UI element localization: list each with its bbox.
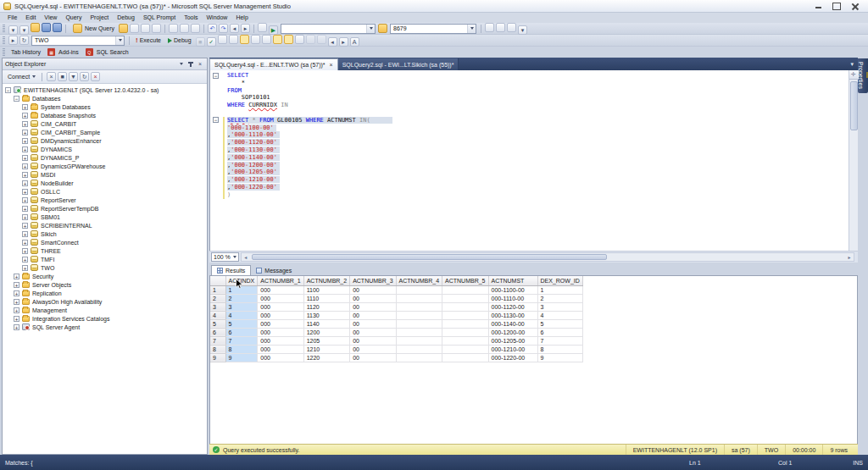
menu-file[interactable]: File	[3, 13, 21, 23]
close-all-icon[interactable]	[507, 23, 516, 32]
expand-toggle-icon[interactable]: +	[22, 113, 28, 119]
tree-item-msdi[interactable]: +MSDI	[3, 170, 207, 179]
code-line-5[interactable]: WHERE CURRNIDX IN	[210, 102, 849, 109]
expand-toggle-icon[interactable]: +	[22, 206, 28, 212]
expand-toggle-icon[interactable]: +	[22, 231, 28, 237]
connect-button[interactable]: Connect	[5, 72, 38, 82]
tree-item-server-objects[interactable]: +Server Objects	[3, 280, 207, 289]
grid-cell[interactable]: 000	[258, 285, 303, 294]
grid-cell[interactable]: 4	[537, 311, 582, 319]
indent-icon[interactable]: ▸	[339, 37, 348, 47]
grid-cell[interactable]: 1130	[303, 311, 349, 319]
grid-cell[interactable]: 000	[258, 353, 303, 362]
grid-cell[interactable]	[442, 336, 488, 345]
expand-toggle-icon[interactable]: −	[5, 87, 11, 93]
grid-cell[interactable]	[442, 311, 488, 319]
document-list-chevron-icon[interactable]: ▾	[846, 61, 858, 68]
new-connection-dropdown-icon[interactable]: ▾	[8, 25, 18, 35]
tree-item-nodebuilder[interactable]: +NodeBuilder	[3, 179, 207, 187]
expand-toggle-icon[interactable]: +	[22, 257, 28, 263]
grid-cell[interactable]: 00	[350, 294, 396, 302]
grid-cell[interactable]	[442, 345, 488, 353]
server-disconnect-icon[interactable]: ×	[47, 72, 56, 81]
row-header[interactable]: 2	[210, 294, 225, 302]
row-header[interactable]: 5	[210, 319, 225, 328]
grid-cell[interactable]: 00	[350, 319, 396, 328]
grid-cell[interactable]: 000-1120-00	[488, 302, 537, 311]
toolbar-grip[interactable]	[3, 48, 5, 56]
tree-item-sbm01[interactable]: +SBM01	[3, 213, 207, 221]
code-line-1[interactable]: −SELECT	[210, 72, 849, 80]
grid-cell[interactable]: 000	[258, 336, 303, 345]
start-icon[interactable]: ▶	[269, 25, 278, 35]
tree-item-sql-server-agent[interactable]: +SQL Server Agent	[3, 323, 207, 331]
tree-item-databases[interactable]: −Databases	[3, 94, 207, 102]
expand-toggle-icon[interactable]: +	[14, 324, 19, 330]
grid-cell[interactable]: 4	[225, 311, 258, 319]
window-position-icon[interactable]	[177, 60, 186, 69]
document-tab-1[interactable]: SQLQuery4.sql - E...ENLT.TWO (sa (57))*×	[209, 58, 338, 70]
filter-icon[interactable]: ▼	[69, 72, 78, 81]
query-options-icon[interactable]	[229, 35, 238, 44]
expand-toggle-icon[interactable]: +	[22, 147, 28, 152]
sql-editor[interactable]: −SELECT *FROM SOP10101WHERE CURRNIDX IN−…	[209, 70, 858, 251]
server-combo[interactable]	[281, 24, 376, 34]
tree-item-dmdynamicsenhancer[interactable]: +DMDynamicsEnhancer	[3, 136, 207, 145]
grid-cell[interactable]	[396, 353, 442, 362]
grid-cell[interactable]: 000	[258, 311, 303, 319]
new-query-button[interactable]: New Query	[69, 24, 118, 34]
tree-item-reportservertempdb[interactable]: +ReportServerTempDB	[3, 204, 207, 213]
grid-cell[interactable]: 1220	[303, 353, 349, 362]
grid-cell[interactable]: 000	[258, 345, 303, 353]
toolbar-grip[interactable]	[3, 36, 5, 44]
column-header-actnumbr_1[interactable]: ACTNUMBR_1	[258, 276, 303, 285]
grid-cell[interactable]: 2	[225, 294, 258, 302]
save-all-icon[interactable]	[53, 23, 62, 32]
grid-cell[interactable]: 000	[258, 328, 303, 336]
database-engine-query-icon[interactable]	[119, 24, 128, 33]
mdx-query-icon[interactable]	[130, 24, 139, 33]
addins-button[interactable]: ▦ Add-ins	[44, 47, 82, 58]
delete-icon[interactable]: ×	[91, 72, 100, 81]
grid-cell[interactable]: 8	[537, 345, 582, 353]
expand-toggle-icon[interactable]: +	[22, 248, 28, 254]
pin-icon[interactable]	[186, 60, 195, 69]
grid-cell[interactable]: 000-1200-00	[488, 328, 537, 336]
close-tab-icon[interactable]: ×	[330, 62, 333, 68]
expand-toggle-icon[interactable]: +	[14, 274, 19, 279]
grid-cell[interactable]: 00	[350, 328, 396, 336]
grid-cell[interactable]: 000-1100-00	[488, 285, 537, 294]
tree-item-dynamicsgpwarehouse[interactable]: +DynamicsGPWarehouse	[3, 162, 207, 170]
open-filter-icon[interactable]	[378, 24, 387, 33]
tree-item-dynamics[interactable]: +DYNAMICS	[3, 145, 207, 153]
scrollbar-thumb[interactable]	[850, 81, 858, 130]
grid-cell[interactable]	[396, 319, 442, 328]
grid-cell[interactable]: 7	[537, 336, 582, 345]
grid-cell[interactable]: 000	[258, 302, 303, 311]
grid-cell[interactable]: 6	[537, 328, 582, 336]
results-to-text-icon[interactable]	[251, 35, 260, 44]
specify-sort-icon[interactable]: A	[350, 37, 359, 47]
code-line-4[interactable]: SOP10101	[210, 94, 849, 102]
outdent-icon[interactable]: ◂	[328, 37, 337, 47]
code-line-6[interactable]	[210, 109, 849, 117]
dmx-query-icon[interactable]	[141, 24, 150, 33]
fold-collapse-icon[interactable]: −	[213, 117, 219, 123]
grid-cell[interactable]	[396, 302, 442, 311]
grid-cell[interactable]: 8	[225, 345, 258, 353]
tree-item-integration-services-catalogs[interactable]: +Integration Services Catalogs	[3, 314, 207, 323]
database-combo[interactable]: TWO	[31, 36, 125, 46]
grid-cell[interactable]	[396, 285, 442, 294]
execute-button[interactable]: ! Execute	[132, 36, 164, 46]
menu-edit[interactable]: Edit	[21, 13, 40, 23]
minimize-button[interactable]	[812, 2, 824, 10]
grid-cell[interactable]: 9	[537, 353, 582, 362]
expand-toggle-icon[interactable]: +	[22, 104, 28, 110]
grid-cell[interactable]: 000-1110-00	[488, 294, 537, 302]
grid-cell[interactable]: 1140	[303, 319, 349, 328]
tree-item-smartconnect[interactable]: +SmartConnect	[3, 238, 207, 246]
results-to-file-icon[interactable]	[262, 35, 271, 44]
grid-cell[interactable]: 1120	[303, 302, 349, 311]
grid-cell[interactable]	[442, 328, 488, 336]
grid-cell[interactable]	[396, 311, 442, 319]
